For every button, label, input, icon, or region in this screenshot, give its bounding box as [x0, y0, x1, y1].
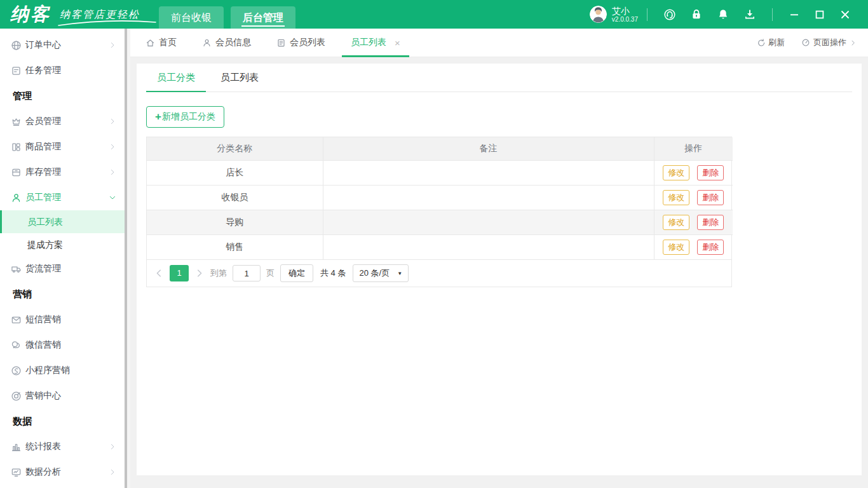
- category-name-cell: 销售: [147, 234, 323, 259]
- tab-action-page-operations[interactable]: 页面操作: [801, 37, 857, 48]
- app-version: v2.0.0.37: [612, 16, 638, 24]
- page-tab[interactable]: 首页: [146, 29, 177, 57]
- chevron-right-icon: [109, 443, 116, 451]
- globe-icon: [11, 40, 22, 51]
- sidebar-scrollbar-thumb[interactable]: [125, 29, 127, 488]
- edit-button[interactable]: 修改: [663, 190, 689, 205]
- category-name-cell: 导购: [147, 210, 323, 234]
- minimize-icon[interactable]: [789, 9, 800, 20]
- tab-action-refresh[interactable]: 刷新: [756, 37, 785, 48]
- table-row: 收银员 修改 删除: [147, 185, 733, 210]
- bell-icon[interactable]: [717, 8, 729, 21]
- edit-button[interactable]: 修改: [663, 215, 689, 230]
- goods-icon: [11, 142, 22, 152]
- sidebar-item[interactable]: 会员管理: [0, 109, 125, 134]
- inner-tab-staff-category[interactable]: 员工分类: [146, 72, 206, 92]
- category-name-cell: 店长: [147, 160, 323, 185]
- table-column-header: 操作: [654, 137, 733, 160]
- page-tab[interactable]: 会员信息: [202, 29, 251, 57]
- wechat-icon: [11, 340, 22, 351]
- table-row: 店长 修改 删除: [147, 160, 733, 185]
- task-icon: [11, 65, 22, 76]
- edit-button[interactable]: 修改: [663, 165, 689, 180]
- miniprogram-icon: [11, 365, 22, 376]
- page-tab[interactable]: 员工列表×: [351, 29, 400, 57]
- stock-icon: [11, 167, 22, 178]
- delete-button[interactable]: 删除: [697, 215, 724, 230]
- clipboard-icon: [276, 38, 286, 48]
- page-unit-label: 页: [266, 268, 275, 279]
- caret-down-icon: ▼: [397, 271, 402, 276]
- goto-label: 到第: [210, 268, 227, 279]
- current-page-button[interactable]: 1: [170, 265, 189, 281]
- delete-button[interactable]: 删除: [697, 240, 724, 255]
- page-tabbar: 首页 会员信息 会员列表 员工列表× 刷新 页面操作: [130, 29, 868, 57]
- sidebar-section-label: 营销: [0, 281, 125, 307]
- close-icon[interactable]: [839, 9, 851, 20]
- next-page-icon[interactable]: [194, 268, 205, 278]
- maximize-icon[interactable]: [814, 9, 825, 20]
- sidebar: 订单中心 任务管理管理 会员管理 商品管理 库存管理 员工管理员工列表提成方案 …: [0, 29, 125, 488]
- edit-button[interactable]: 修改: [663, 240, 689, 255]
- actions-cell: 修改 删除: [654, 234, 733, 259]
- user-name: 艾小: [612, 6, 638, 16]
- service-icon[interactable]: [663, 8, 676, 21]
- topbar-tab-pos[interactable]: 前台收银: [159, 6, 224, 29]
- topbar-divider: [647, 8, 648, 21]
- sidebar-item[interactable]: 员工管理: [0, 185, 125, 210]
- delete-button[interactable]: 删除: [697, 190, 724, 205]
- prev-page-icon[interactable]: [154, 268, 164, 278]
- table-row: 销售 修改 删除: [147, 234, 733, 259]
- sidebar-scrollbar[interactable]: [125, 29, 130, 488]
- chevron-right-icon: [109, 118, 116, 125]
- sidebar-item[interactable]: 货流管理: [0, 256, 125, 281]
- sidebar-subitem[interactable]: 提成方案: [0, 233, 125, 256]
- gauge-icon: [801, 38, 810, 47]
- topbar-divider: [772, 8, 773, 21]
- topbar: 纳客 纳客管店更轻松 前台收银后台管理 艾小 v2.0.0.37: [0, 0, 868, 29]
- crown-icon: [11, 116, 22, 127]
- user-info: 艾小 v2.0.0.37: [612, 6, 638, 24]
- topbar-tab-backoffice[interactable]: 后台管理: [231, 6, 295, 29]
- confirm-page-button[interactable]: 确定: [280, 264, 313, 282]
- content-panel: 员工分类员工列表 + 新增员工分类 分类名称备注操作 店长 修改 删除 收银员 …: [137, 64, 862, 475]
- sidebar-item[interactable]: 微信营销: [0, 332, 125, 358]
- lock-icon[interactable]: [690, 8, 703, 21]
- sidebar-item[interactable]: 库存管理: [0, 159, 125, 185]
- chevron-right-icon: [109, 41, 116, 49]
- chevron-right-icon: [109, 168, 116, 176]
- goto-page-input[interactable]: [233, 265, 261, 281]
- table-row: 导购 修改 删除: [147, 210, 733, 234]
- delete-button[interactable]: 删除: [697, 165, 724, 180]
- inner-tab-staff-list[interactable]: 员工列表: [210, 72, 269, 92]
- chevron-right-icon: [109, 143, 116, 151]
- avatar[interactable]: [590, 6, 607, 23]
- barchart-icon: [11, 442, 22, 452]
- sidebar-subitem[interactable]: 员工列表: [0, 210, 125, 233]
- sidebar-item[interactable]: 任务管理: [0, 58, 125, 83]
- page-size-select[interactable]: 20 条/页 ▼: [353, 264, 409, 282]
- sidebar-item[interactable]: 商品管理: [0, 134, 125, 159]
- note-cell: [323, 160, 654, 185]
- page-tab[interactable]: 会员列表: [276, 29, 325, 57]
- sidebar-item[interactable]: 小程序营销: [0, 358, 125, 383]
- truck-icon: [11, 264, 22, 274]
- category-name-cell: 收银员: [147, 185, 323, 210]
- table-column-header: 备注: [323, 137, 654, 160]
- add-staff-category-button[interactable]: + 新增员工分类: [146, 106, 224, 128]
- sidebar-item[interactable]: 订单中心: [0, 32, 125, 58]
- plus-icon: +: [155, 111, 161, 123]
- sidebar-item[interactable]: 营销中心: [0, 383, 125, 409]
- refresh-icon: [756, 38, 765, 47]
- actions-cell: 修改 删除: [654, 210, 733, 234]
- sidebar-item[interactable]: 短信营销: [0, 307, 125, 332]
- download-icon[interactable]: [743, 8, 756, 21]
- logo-text: 纳客: [10, 2, 51, 27]
- close-tab-icon[interactable]: ×: [395, 37, 400, 48]
- logo-slogan: 纳客管店更轻松: [60, 9, 140, 20]
- sidebar-section-label: 管理: [0, 83, 125, 109]
- main-area: 首页 会员信息 会员列表 员工列表× 刷新 页面操作 员工分类员工列表 + 新增…: [130, 29, 868, 488]
- sidebar-item[interactable]: 数据分析: [0, 459, 125, 485]
- sidebar-item[interactable]: 统计报表: [0, 434, 125, 459]
- pagination: 1 到第 页 确定 共 4 条 20 条/页 ▼: [147, 259, 731, 287]
